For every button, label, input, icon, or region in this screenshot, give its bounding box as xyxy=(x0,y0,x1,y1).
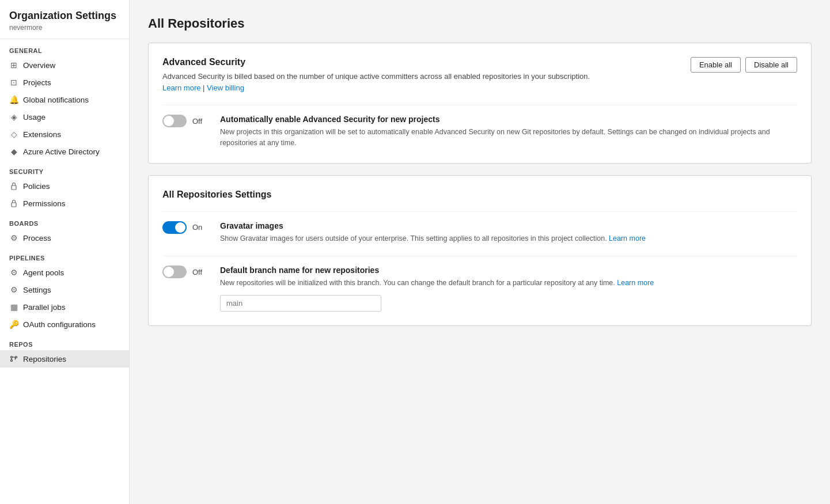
azure-ad-icon: ◆ xyxy=(9,147,18,156)
enable-all-button[interactable]: Enable all xyxy=(691,57,741,73)
card-header: Advanced Security Advanced Security is b… xyxy=(162,57,797,93)
sidebar-item-agent-pools[interactable]: ⚙ Agent pools xyxy=(0,264,129,281)
sidebar-item-label: Policies xyxy=(23,182,50,191)
all-repos-title: All Repositories Settings xyxy=(162,190,797,200)
sidebar-item-process[interactable]: ⚙ Process xyxy=(0,229,129,247)
default-branch-state-label: Off xyxy=(192,268,205,276)
notifications-icon: 🔔 xyxy=(9,95,18,104)
sidebar-item-label: Overview xyxy=(23,61,55,70)
advanced-security-desc: Advanced Security is billed based on the… xyxy=(162,71,590,93)
main-content: All Repositories Advanced Security Advan… xyxy=(130,0,830,504)
section-label-pipelines: Pipelines xyxy=(0,247,129,264)
sidebar-item-usage[interactable]: ◈ Usage xyxy=(0,108,129,126)
org-title: Organization Settings xyxy=(9,9,120,22)
sidebar: Organization Settings nevermore General … xyxy=(0,0,130,504)
sidebar-item-overview[interactable]: ⊞ Overview xyxy=(0,56,129,74)
section-label-boards: Boards xyxy=(0,212,129,229)
sidebar-item-label: Global notifications xyxy=(23,96,89,104)
sidebar-item-label: Usage xyxy=(23,113,46,122)
sidebar-item-oauth-configurations[interactable]: 🔑 OAuth configurations xyxy=(0,316,129,333)
policies-icon xyxy=(9,181,18,191)
gravatar-toggle-content: Gravatar images Show Gravatar images for… xyxy=(220,221,646,244)
svg-rect-1 xyxy=(12,203,16,207)
sidebar-item-label: Agent pools xyxy=(23,268,64,277)
learn-more-link[interactable]: Learn more xyxy=(162,84,200,92)
toggle-desc: New projects in this organization will b… xyxy=(220,127,797,149)
toggle-title: Automatically enable Advanced Security f… xyxy=(220,115,797,124)
toggle-label-area: Off xyxy=(162,115,209,127)
sidebar-item-label: Process xyxy=(23,234,51,242)
sidebar-item-permissions[interactable]: Permissions xyxy=(0,195,129,212)
gravatar-learn-more-link[interactable]: Learn more xyxy=(609,234,646,242)
advanced-security-title: Advanced Security xyxy=(162,57,590,67)
oauth-icon: 🔑 xyxy=(9,320,18,329)
sidebar-item-repositories[interactable]: Repositories xyxy=(0,350,129,367)
parallel-jobs-icon: ▦ xyxy=(9,302,18,312)
default-branch-desc: New repositories will be initialized wit… xyxy=(220,278,654,289)
gravatar-title: Gravatar images xyxy=(220,221,646,230)
disable-all-button[interactable]: Disable all xyxy=(745,57,797,73)
advanced-security-desc-text: Advanced Security is billed based on the… xyxy=(162,72,590,81)
svg-point-2 xyxy=(11,357,13,358)
toggle-content: Automatically enable Advanced Security f… xyxy=(220,115,797,149)
default-branch-toggle-label-area: Off xyxy=(162,266,209,278)
extensions-icon: ◇ xyxy=(9,130,18,139)
org-subtitle: nevermore xyxy=(9,24,120,32)
sidebar-item-projects[interactable]: ⊡ Projects xyxy=(0,74,129,91)
gravatar-desc-text: Show Gravatar images for users outside o… xyxy=(220,234,609,242)
gravatar-toggle-label-area: On xyxy=(162,221,209,234)
page-title: All Repositories xyxy=(148,16,812,31)
advanced-security-toggle[interactable] xyxy=(162,115,187,127)
sidebar-item-global-notifications[interactable]: 🔔 Global notifications xyxy=(0,91,129,108)
sidebar-item-extensions[interactable]: ◇ Extensions xyxy=(0,126,129,143)
settings-icon: ⚙ xyxy=(9,285,18,294)
sidebar-item-label: Permissions xyxy=(23,199,66,208)
sidebar-item-label: Repositories xyxy=(23,355,66,363)
usage-icon: ◈ xyxy=(9,112,18,122)
permissions-icon xyxy=(9,199,18,208)
sidebar-item-label: Projects xyxy=(23,78,51,87)
default-branch-learn-more-link[interactable]: Learn more xyxy=(617,279,654,287)
process-icon: ⚙ xyxy=(9,233,18,242)
overview-icon: ⊞ xyxy=(9,60,18,70)
sidebar-item-label: Parallel jobs xyxy=(23,303,66,312)
card-action-buttons: Enable all Disable all xyxy=(691,57,797,73)
gravatar-toggle[interactable] xyxy=(162,221,187,234)
toggle-state-label: Off xyxy=(192,117,205,126)
sidebar-item-label: Extensions xyxy=(23,130,61,139)
gravatar-desc: Show Gravatar images for users outside o… xyxy=(220,233,646,244)
section-label-repos: Repos xyxy=(0,333,129,350)
projects-icon: ⊡ xyxy=(9,78,18,87)
sidebar-item-parallel-jobs[interactable]: ▦ Parallel jobs xyxy=(0,298,129,316)
sidebar-item-label: Azure Active Directory xyxy=(23,147,100,156)
separator: | xyxy=(200,84,207,92)
default-branch-input[interactable] xyxy=(220,295,381,312)
advanced-security-card: Advanced Security Advanced Security is b… xyxy=(148,43,812,164)
sidebar-item-azure-active-directory[interactable]: ◆ Azure Active Directory xyxy=(0,143,129,160)
repositories-icon xyxy=(9,354,18,363)
sidebar-header: Organization Settings nevermore xyxy=(0,0,129,39)
sidebar-item-label: Settings xyxy=(23,286,51,294)
svg-point-3 xyxy=(11,360,13,362)
default-branch-toggle-row: Off Default branch name for new reposito… xyxy=(162,256,797,311)
card-text-area: Advanced Security Advanced Security is b… xyxy=(162,57,590,93)
advanced-security-toggle-row: Off Automatically enable Advanced Securi… xyxy=(162,105,797,149)
sidebar-item-settings[interactable]: ⚙ Settings xyxy=(0,281,129,298)
section-label-security: Security xyxy=(0,160,129,177)
svg-rect-0 xyxy=(12,185,16,190)
default-branch-title: Default branch name for new repositories xyxy=(220,266,654,275)
sidebar-item-label: OAuth configurations xyxy=(23,320,96,329)
default-branch-desc-text: New repositories will be initialized wit… xyxy=(220,279,617,287)
gravatar-state-label: On xyxy=(192,223,205,232)
default-branch-toggle[interactable] xyxy=(162,266,187,278)
default-branch-toggle-content: Default branch name for new repositories… xyxy=(220,266,654,311)
all-repos-settings-card: All Repositories Settings On Gravatar im… xyxy=(148,175,812,326)
gravatar-toggle-row: On Gravatar images Show Gravatar images … xyxy=(162,211,797,244)
view-billing-link[interactable]: View billing xyxy=(207,84,244,92)
sidebar-item-policies[interactable]: Policies xyxy=(0,177,129,195)
agent-pools-icon: ⚙ xyxy=(9,268,18,277)
section-label-general: General xyxy=(0,39,129,56)
